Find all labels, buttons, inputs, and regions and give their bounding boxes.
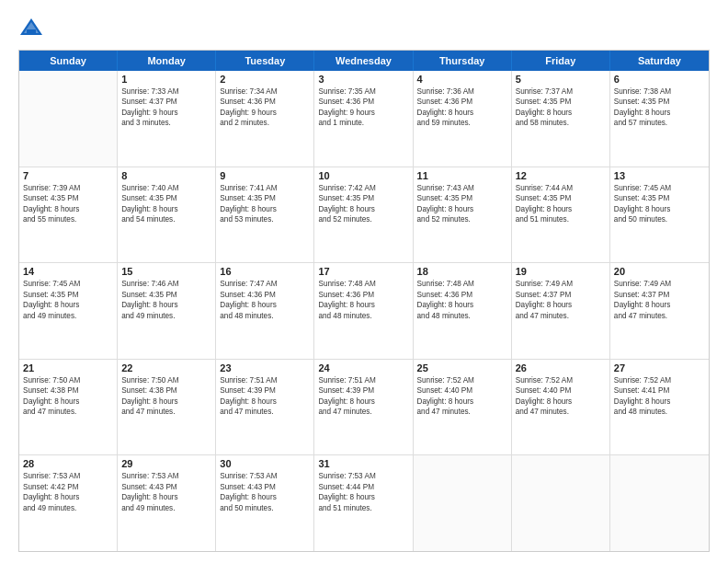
cell-line: Sunset: 4:35 PM — [318, 193, 408, 203]
cell-line: and 54 minutes. — [121, 214, 211, 224]
day-number: 3 — [318, 74, 408, 85]
day-cell-8: 8Sunrise: 7:40 AMSunset: 4:35 PMDaylight… — [118, 167, 216, 263]
cell-line: and 47 minutes. — [417, 407, 507, 417]
svg-rect-2 — [27, 29, 36, 33]
day-cell-1: 1Sunrise: 7:33 AMSunset: 4:37 PMDaylight… — [118, 71, 216, 167]
day-number: 2 — [220, 74, 310, 85]
day-cell-31: 31Sunrise: 7:53 AMSunset: 4:44 PMDayligh… — [314, 455, 413, 551]
weekday-header-saturday: Saturday — [610, 51, 709, 71]
cell-line: Sunrise: 7:42 AM — [318, 183, 408, 193]
cell-line: Daylight: 8 hours — [318, 204, 408, 214]
day-number: 23 — [220, 362, 310, 373]
cell-line: Sunrise: 7:50 AM — [23, 375, 113, 385]
empty-cell-4-5 — [512, 455, 610, 551]
cell-line: Sunset: 4:35 PM — [23, 290, 113, 300]
cell-line: Daylight: 8 hours — [220, 300, 310, 310]
cell-line: and 1 minute. — [318, 118, 408, 128]
cell-line: Sunrise: 7:43 AM — [417, 183, 507, 193]
day-number: 14 — [23, 266, 113, 277]
cell-line: Daylight: 8 hours — [318, 492, 408, 502]
cell-line: Sunrise: 7:53 AM — [318, 471, 408, 481]
day-number: 4 — [417, 74, 507, 85]
cell-line: and 49 minutes. — [23, 311, 113, 321]
cell-line: Daylight: 9 hours — [220, 108, 310, 118]
cell-line: Daylight: 8 hours — [516, 300, 606, 310]
cell-line: Sunrise: 7:51 AM — [220, 375, 310, 385]
cell-line: and 57 minutes. — [614, 118, 705, 128]
day-number: 5 — [516, 74, 606, 85]
day-cell-22: 22Sunrise: 7:50 AMSunset: 4:38 PMDayligh… — [118, 360, 216, 455]
cell-line: and 47 minutes. — [516, 407, 606, 417]
cell-line: Daylight: 8 hours — [121, 396, 211, 407]
cell-line: and 3 minutes. — [121, 118, 211, 128]
cell-line: and 47 minutes. — [23, 407, 113, 417]
day-number: 29 — [121, 458, 211, 469]
day-cell-15: 15Sunrise: 7:46 AMSunset: 4:35 PMDayligh… — [118, 263, 216, 359]
cell-line: Daylight: 8 hours — [417, 396, 507, 407]
day-cell-12: 12Sunrise: 7:44 AMSunset: 4:35 PMDayligh… — [512, 167, 610, 263]
cell-line: Sunrise: 7:52 AM — [516, 375, 606, 385]
cell-line: and 58 minutes. — [516, 118, 606, 128]
day-cell-19: 19Sunrise: 7:49 AMSunset: 4:37 PMDayligh… — [512, 263, 610, 359]
day-cell-26: 26Sunrise: 7:52 AMSunset: 4:40 PMDayligh… — [512, 360, 610, 455]
calendar: SundayMondayTuesdayWednesdayThursdayFrid… — [18, 50, 710, 552]
cell-line: Daylight: 8 hours — [417, 108, 507, 118]
cell-line: Daylight: 8 hours — [23, 396, 113, 407]
cell-line: Sunset: 4:40 PM — [516, 385, 606, 396]
cell-line: Daylight: 8 hours — [318, 396, 408, 407]
day-cell-23: 23Sunrise: 7:51 AMSunset: 4:39 PMDayligh… — [216, 360, 314, 455]
cell-line: Sunrise: 7:53 AM — [220, 471, 310, 481]
day-number: 26 — [516, 362, 606, 373]
cell-line: and 59 minutes. — [417, 118, 507, 128]
day-number: 6 — [614, 74, 705, 85]
cell-line: and 50 minutes. — [614, 214, 705, 224]
cell-line: Sunset: 4:43 PM — [220, 482, 310, 492]
cell-line: Sunset: 4:37 PM — [516, 290, 606, 300]
cell-line: Sunrise: 7:49 AM — [516, 279, 606, 289]
cell-line: and 52 minutes. — [318, 214, 408, 224]
cell-line: Daylight: 8 hours — [614, 300, 705, 310]
cell-line: Sunset: 4:36 PM — [318, 290, 408, 300]
cell-line: Sunset: 4:35 PM — [23, 193, 113, 203]
cell-line: Sunset: 4:36 PM — [417, 97, 507, 107]
day-number: 7 — [23, 170, 113, 181]
cell-line: Sunset: 4:40 PM — [417, 385, 507, 396]
cell-line: Daylight: 8 hours — [614, 204, 705, 214]
day-cell-14: 14Sunrise: 7:45 AMSunset: 4:35 PMDayligh… — [19, 263, 118, 359]
cell-line: Sunset: 4:35 PM — [516, 193, 606, 203]
cell-line: and 51 minutes. — [318, 503, 408, 513]
empty-cell-0-0 — [19, 71, 118, 167]
calendar-row-4: 21Sunrise: 7:50 AMSunset: 4:38 PMDayligh… — [19, 359, 709, 455]
cell-line: Daylight: 8 hours — [318, 300, 408, 310]
day-cell-4: 4Sunrise: 7:36 AMSunset: 4:36 PMDaylight… — [414, 71, 512, 167]
cell-line: and 47 minutes. — [121, 407, 211, 417]
day-cell-30: 30Sunrise: 7:53 AMSunset: 4:43 PMDayligh… — [216, 455, 314, 551]
cell-line: and 48 minutes. — [417, 311, 507, 321]
cell-line: Sunset: 4:44 PM — [318, 482, 408, 492]
cell-line: Daylight: 8 hours — [614, 396, 705, 407]
cell-line: Sunrise: 7:53 AM — [121, 471, 211, 481]
cell-line: Daylight: 8 hours — [516, 204, 606, 214]
cell-line: and 51 minutes. — [516, 214, 606, 224]
cell-line: Sunrise: 7:33 AM — [121, 86, 211, 97]
cell-line: Sunrise: 7:36 AM — [417, 86, 507, 97]
cell-line: Sunset: 4:39 PM — [220, 385, 310, 396]
cell-line: Sunrise: 7:40 AM — [121, 183, 211, 193]
cell-line: Sunrise: 7:48 AM — [417, 279, 507, 289]
cell-line: Sunset: 4:38 PM — [121, 385, 211, 396]
cell-line: Sunset: 4:35 PM — [121, 193, 211, 203]
calendar-row-3: 14Sunrise: 7:45 AMSunset: 4:35 PMDayligh… — [19, 262, 709, 359]
cell-line: and 48 minutes. — [318, 311, 408, 321]
cell-line: and 47 minutes. — [318, 407, 408, 417]
day-cell-16: 16Sunrise: 7:47 AMSunset: 4:36 PMDayligh… — [216, 263, 314, 359]
day-number: 25 — [417, 362, 507, 373]
cell-line: and 48 minutes. — [614, 407, 705, 417]
cell-line: Sunrise: 7:48 AM — [318, 279, 408, 289]
day-number: 27 — [614, 362, 705, 373]
calendar-body: 1Sunrise: 7:33 AMSunset: 4:37 PMDaylight… — [19, 71, 709, 551]
cell-line: Sunset: 4:37 PM — [614, 290, 705, 300]
cell-line: Sunrise: 7:39 AM — [23, 183, 113, 193]
cell-line: Daylight: 8 hours — [23, 300, 113, 310]
day-cell-2: 2Sunrise: 7:34 AMSunset: 4:36 PMDaylight… — [216, 71, 314, 167]
empty-cell-4-4 — [414, 455, 512, 551]
